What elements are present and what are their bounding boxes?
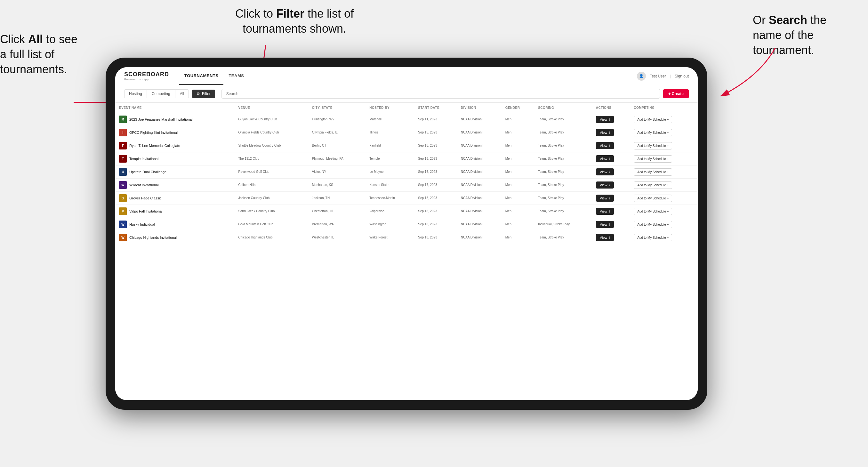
cell-start-date: Sep 16, 2023 <box>414 165 457 179</box>
create-btn[interactable]: + Create <box>663 89 689 98</box>
cell-hosted-by: Washington <box>366 218 414 231</box>
hosting-tab-btn[interactable]: Hosting <box>124 89 147 98</box>
cell-scoring: Team, Stroke Play <box>534 139 592 152</box>
add-schedule-btn[interactable]: Add to My Schedule + <box>634 208 672 215</box>
cell-division: NCAA Division I <box>457 152 501 165</box>
cell-gender: Men <box>501 152 534 165</box>
table-row: I OFCC Fighting Illini Invitational Olym… <box>115 126 698 139</box>
annotation-top-left: Click All to see a full list of tourname… <box>0 32 83 77</box>
cell-city-state: Huntington, WV <box>308 113 366 126</box>
cell-venue: Ravenwood Golf Club <box>234 165 308 179</box>
filter-icon: ⚙ <box>196 92 200 96</box>
cell-division: NCAA Division I <box>457 192 501 205</box>
cell-competing: Add to My Schedule + <box>630 218 698 231</box>
cell-event-name: U Upstate Dual Challenge <box>115 165 234 179</box>
sign-out-link[interactable]: Sign out <box>675 74 689 79</box>
logo-text: SCOREBOARD <box>124 71 169 78</box>
header-right: 👤 Test User | Sign out <box>637 72 689 81</box>
cell-city-state: Westchester, IL <box>308 231 366 244</box>
cell-city-state: Plymouth Meeting, PA <box>308 152 366 165</box>
nav-tab-teams[interactable]: TEAMS <box>223 67 249 85</box>
cell-hosted-by: Temple <box>366 152 414 165</box>
add-schedule-btn[interactable]: Add to My Schedule + <box>634 168 672 176</box>
add-schedule-btn[interactable]: Add to My Schedule + <box>634 182 672 189</box>
col-scoring: SCORING <box>534 103 592 113</box>
col-event-name: EVENT NAME <box>115 103 234 113</box>
col-hosted-by: HOSTED BY <box>366 103 414 113</box>
col-competing: COMPETING <box>630 103 698 113</box>
all-tab-btn[interactable]: All <box>175 89 189 98</box>
cell-actions: View ℹ <box>592 192 630 205</box>
cell-event-name: F Ryan T. Lee Memorial Collegiate <box>115 139 234 152</box>
col-division: DIVISION <box>457 103 501 113</box>
add-schedule-btn[interactable]: Add to My Schedule + <box>634 195 672 202</box>
cell-venue: Shuttle Meadow Country Club <box>234 139 308 152</box>
cell-gender: Men <box>501 179 534 192</box>
cell-gender: Men <box>501 126 534 139</box>
info-icon: ℹ <box>609 236 610 240</box>
view-btn[interactable]: View ℹ <box>596 182 614 189</box>
cell-competing: Add to My Schedule + <box>630 231 698 244</box>
table-row: W Wildcat Invitational Colbert Hills Man… <box>115 179 698 192</box>
cell-city-state: Berlin, CT <box>308 139 366 152</box>
view-btn[interactable]: View ℹ <box>596 208 614 215</box>
view-btn[interactable]: View ℹ <box>596 168 614 176</box>
search-input[interactable] <box>221 89 660 99</box>
view-btn[interactable]: View ℹ <box>596 142 614 149</box>
view-btn[interactable]: View ℹ <box>596 195 614 201</box>
cell-start-date: Sep 16, 2023 <box>414 152 457 165</box>
cell-city-state: Bremerton, WA <box>308 218 366 231</box>
col-actions: ACTIONS <box>592 103 630 113</box>
add-schedule-btn[interactable]: Add to My Schedule + <box>634 155 672 163</box>
table-row: F Ryan T. Lee Memorial Collegiate Shuttl… <box>115 139 698 152</box>
cell-scoring: Team, Stroke Play <box>534 152 592 165</box>
event-name-text: Grover Page Classic <box>129 196 162 200</box>
filter-toggle-btn[interactable]: ⚙ Filter <box>192 90 215 98</box>
table-row: T Temple Invitational The 1912 Club Plym… <box>115 152 698 165</box>
cell-actions: View ℹ <box>592 139 630 152</box>
cell-venue: Gold Mountain Golf Club <box>234 218 308 231</box>
cell-city-state: Olympia Fields, IL <box>308 126 366 139</box>
view-btn[interactable]: View ℹ <box>596 155 614 162</box>
cell-actions: View ℹ <box>592 179 630 192</box>
cell-start-date: Sep 18, 2023 <box>414 231 457 244</box>
team-logo: W <box>119 181 127 189</box>
table-row: W Husky Individual Gold Mountain Golf Cl… <box>115 218 698 231</box>
cell-scoring: Team, Stroke Play <box>534 126 592 139</box>
info-icon: ℹ <box>609 157 610 161</box>
cell-actions: View ℹ <box>592 113 630 126</box>
main-nav: TOURNAMENTS TEAMS <box>179 67 637 85</box>
cell-event-name: W Husky Individual <box>115 218 234 231</box>
cell-event-name: M 2023 Joe Feaganes Marshall Invitationa… <box>115 113 234 126</box>
cell-hosted-by: Valparaiso <box>366 205 414 218</box>
view-btn[interactable]: View ℹ <box>596 116 614 123</box>
cell-division: NCAA Division I <box>457 205 501 218</box>
cell-hosted-by: Illinois <box>366 126 414 139</box>
team-logo: V <box>119 208 127 215</box>
view-btn[interactable]: View ℹ <box>596 234 614 241</box>
cell-venue: Colbert Hills <box>234 179 308 192</box>
view-btn[interactable]: View ℹ <box>596 221 614 228</box>
cell-hosted-by: Wake Forest <box>366 231 414 244</box>
table-row: V Valpo Fall Invitational Sand Creek Cou… <box>115 205 698 218</box>
add-schedule-btn[interactable]: Add to My Schedule + <box>634 142 672 150</box>
add-schedule-btn[interactable]: Add to My Schedule + <box>634 221 672 228</box>
cell-venue: Olympia Fields Country Club <box>234 126 308 139</box>
cell-start-date: Sep 15, 2023 <box>414 126 457 139</box>
cell-gender: Men <box>501 113 534 126</box>
header-user-text: Test User <box>650 74 666 79</box>
cell-hosted-by: Fairfield <box>366 139 414 152</box>
add-schedule-btn[interactable]: Add to My Schedule + <box>634 129 672 136</box>
cell-actions: View ℹ <box>592 126 630 139</box>
nav-tab-tournaments[interactable]: TOURNAMENTS <box>179 67 223 85</box>
add-schedule-btn[interactable]: Add to My Schedule + <box>634 116 672 123</box>
toolbar: Hosting Competing All ⚙ Filter + Create <box>115 85 698 103</box>
competing-tab-btn[interactable]: Competing <box>147 89 175 98</box>
logo-area: SCOREBOARD Powered by clippd <box>124 71 169 81</box>
add-schedule-btn[interactable]: Add to My Schedule + <box>634 234 672 241</box>
view-btn[interactable]: View ℹ <box>596 129 614 136</box>
cell-gender: Men <box>501 139 534 152</box>
logo-sub: Powered by clippd <box>124 78 169 81</box>
cell-competing: Add to My Schedule + <box>630 205 698 218</box>
cell-scoring: Team, Stroke Play <box>534 205 592 218</box>
